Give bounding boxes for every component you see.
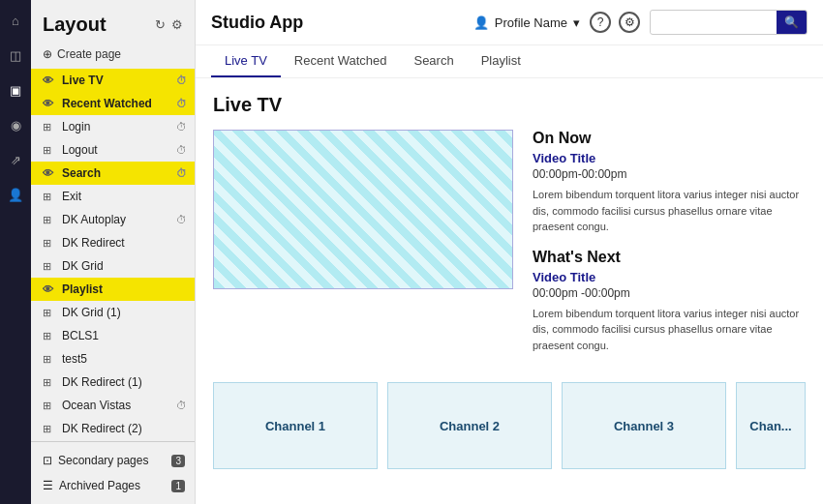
tv-icon[interactable]: ▣ xyxy=(7,81,24,99)
search-button[interactable]: 🔍 xyxy=(777,11,807,34)
sidebar-item-login[interactable]: ⊞ Login ⏱ xyxy=(31,115,195,138)
profile-name: Profile Name xyxy=(495,15,567,30)
person-icon[interactable]: 👤 xyxy=(7,186,24,203)
create-page-label: Create page xyxy=(57,47,121,61)
sidebar-action-logout[interactable]: ⏱ xyxy=(176,144,187,156)
sidebar-action-live-tv[interactable]: ⏱ xyxy=(176,74,187,86)
layers-icon[interactable]: ◫ xyxy=(7,46,24,64)
grid-icon-dk-redirect: ⊞ xyxy=(43,237,56,250)
refresh-icon[interactable]: ↻ xyxy=(155,17,166,32)
sidebar-item-dk-redirect[interactable]: ⊞ DK Redirect xyxy=(31,231,195,254)
nav-icons-bar: ⌂ ◫ ▣ ◉ ⇗ 👤 xyxy=(0,0,31,504)
tab-search[interactable]: Search xyxy=(400,45,467,77)
sidebar-item-search[interactable]: 👁 Search ⏱ xyxy=(31,162,195,185)
on-now-video-title: Video Title xyxy=(533,151,806,165)
sidebar-item-recent-watched[interactable]: 👁 Recent Watched ⏱ xyxy=(31,92,195,115)
search-input[interactable] xyxy=(651,12,777,33)
grid-icon-dk-grid: ⊞ xyxy=(43,260,56,273)
eye-icon-playlist: 👁 xyxy=(43,283,56,295)
sidebar-label-bcls1: BCLS1 xyxy=(62,329,99,342)
sidebar-action-login[interactable]: ⏱ xyxy=(176,121,187,133)
sidebar-item-test5[interactable]: ⊞ test5 xyxy=(31,347,195,371)
tab-live-tv[interactable]: Live TV xyxy=(211,45,281,77)
sidebar-header-icons: ↻ ⚙ xyxy=(155,17,183,32)
sidebar-action-ocean-vistas[interactable]: ⏱ xyxy=(176,400,187,411)
grid-icon-dk-autoplay: ⊞ xyxy=(43,214,56,226)
sidebar-label-dk-redirect-1: DK Redirect (1) xyxy=(62,375,142,389)
grid-icon-dk-redirect-1: ⊞ xyxy=(43,376,56,389)
sidebar-label-recent-watched: Recent Watched xyxy=(62,97,152,110)
grid-icon-exit: ⊞ xyxy=(43,191,56,203)
sidebar-footer: ⊡ Secondary pages 3 ☰ Archived Pages 1 xyxy=(31,441,195,504)
profile-button[interactable]: 👤 Profile Name ▾ xyxy=(473,15,580,30)
archived-pages-item[interactable]: ☰ Archived Pages 1 xyxy=(31,473,195,498)
archived-pages-label: Archived Pages xyxy=(59,479,140,492)
sidebar-item-dk-redirect-2[interactable]: ⊞ DK Redirect (2) xyxy=(31,417,195,440)
secondary-pages-item[interactable]: ⊡ Secondary pages 3 xyxy=(31,448,195,473)
grid-icon-logout: ⊞ xyxy=(43,144,56,157)
grid-icon-dk-redirect-2: ⊞ xyxy=(43,423,56,435)
topbar: Studio App 👤 Profile Name ▾ ? ⚙ 🔍 xyxy=(196,0,823,45)
create-page-button[interactable]: ⊕ Create page xyxy=(43,47,121,61)
sidebar-item-dk-redirect-1[interactable]: ⊞ DK Redirect (1) xyxy=(31,371,195,394)
sidebar-item-logout[interactable]: ⊞ Logout ⏱ xyxy=(31,138,195,162)
page-title: Live TV xyxy=(213,94,806,116)
sidebar-items-list: 👁 Live TV ⏱ 👁 Recent Watched ⏱ ⊞ Login ⏱… xyxy=(31,69,195,441)
channel-partial-card[interactable]: Chan... xyxy=(736,382,806,469)
whats-next-time-range: 00:00pm -00:00pm xyxy=(533,286,806,300)
sidebar-header: Layout ↻ ⚙ xyxy=(31,0,195,44)
sidebar-action-search[interactable]: ⏱ xyxy=(176,167,187,179)
channel-2-card[interactable]: Channel 2 xyxy=(387,382,552,469)
topbar-right: 👤 Profile Name ▾ ? ⚙ 🔍 xyxy=(473,10,808,35)
settings-icon[interactable]: ⚙ xyxy=(171,17,183,32)
grid-icon-login: ⊞ xyxy=(43,121,56,133)
eye-icon: 👁 xyxy=(43,74,56,86)
settings-circle-icon[interactable]: ⚙ xyxy=(619,12,640,33)
eye-icon-2: 👁 xyxy=(43,98,56,109)
tab-recent-watched[interactable]: Recent Watched xyxy=(281,45,401,77)
sidebar-label-test5: test5 xyxy=(62,352,87,366)
sidebar-label-exit: Exit xyxy=(62,190,81,203)
home-icon[interactable]: ⌂ xyxy=(7,12,24,29)
whats-next-title: What's Next xyxy=(533,249,806,266)
sidebar-action-dk-autoplay[interactable]: ⏱ xyxy=(176,214,187,225)
channels-row: Channel 1 Channel 2 Channel 3 Chan... xyxy=(213,382,806,469)
search-box: 🔍 xyxy=(650,10,808,35)
sidebar-item-ocean-vistas[interactable]: ⊞ Ocean Vistas ⏱ xyxy=(31,394,195,417)
sidebar-item-dk-grid[interactable]: ⊞ DK Grid xyxy=(31,254,195,278)
eye-icon-search: 👁 xyxy=(43,167,56,179)
on-now-title: On Now xyxy=(533,130,806,147)
grid-icon-test5: ⊞ xyxy=(43,353,56,366)
live-tv-layout: On Now Video Title 00:00pm-00:00pm Lorem… xyxy=(213,130,806,367)
sidebar-label-playlist: Playlist xyxy=(62,282,103,296)
grid-icon-ocean-vistas: ⊞ xyxy=(43,400,56,412)
grid-icon-bcls1: ⊞ xyxy=(43,330,56,342)
sidebar-label-search: Search xyxy=(62,166,101,180)
nav-tabs: Live TV Recent Watched Search Playlist xyxy=(196,45,823,78)
sidebar-label-logout: Logout xyxy=(62,143,98,157)
sidebar-item-bcls1[interactable]: ⊞ BCLS1 xyxy=(31,324,195,347)
chevron-down-icon: ▾ xyxy=(573,15,580,30)
channel-3-card[interactable]: Channel 3 xyxy=(562,382,726,469)
topbar-icons: ? ⚙ xyxy=(590,12,640,33)
tv-info: On Now Video Title 00:00pm-00:00pm Lorem… xyxy=(533,130,806,367)
sidebar-item-playlist[interactable]: 👁 Playlist xyxy=(31,278,195,301)
circle-icon[interactable]: ◉ xyxy=(7,116,24,133)
secondary-pages-badge: 3 xyxy=(171,455,185,467)
channel-1-card[interactable]: Channel 1 xyxy=(213,382,378,469)
share-icon[interactable]: ⇗ xyxy=(7,151,24,168)
sidebar-title: Layout xyxy=(43,14,107,36)
sidebar-item-live-tv[interactable]: 👁 Live TV ⏱ xyxy=(31,69,195,92)
sidebar-item-dk-grid-1[interactable]: ⊞ DK Grid (1) xyxy=(31,301,195,324)
sidebar-label-login: Login xyxy=(62,120,90,133)
sidebar-label-ocean-vistas: Ocean Vistas xyxy=(62,399,131,412)
sidebar-label-live-tv: Live TV xyxy=(62,74,104,87)
sidebar-action-recent-watched[interactable]: ⏱ xyxy=(176,98,187,109)
on-now-description: Lorem bibendum torquent litora varius in… xyxy=(533,187,806,235)
plus-icon: ⊕ xyxy=(43,47,52,61)
tab-playlist[interactable]: Playlist xyxy=(468,45,534,77)
sidebar-item-exit[interactable]: ⊞ Exit xyxy=(31,185,195,208)
help-circle-icon[interactable]: ? xyxy=(590,12,611,33)
sidebar-item-dk-autoplay[interactable]: ⊞ DK Autoplay ⏱ xyxy=(31,208,195,231)
secondary-pages-label: Secondary pages xyxy=(58,454,148,467)
